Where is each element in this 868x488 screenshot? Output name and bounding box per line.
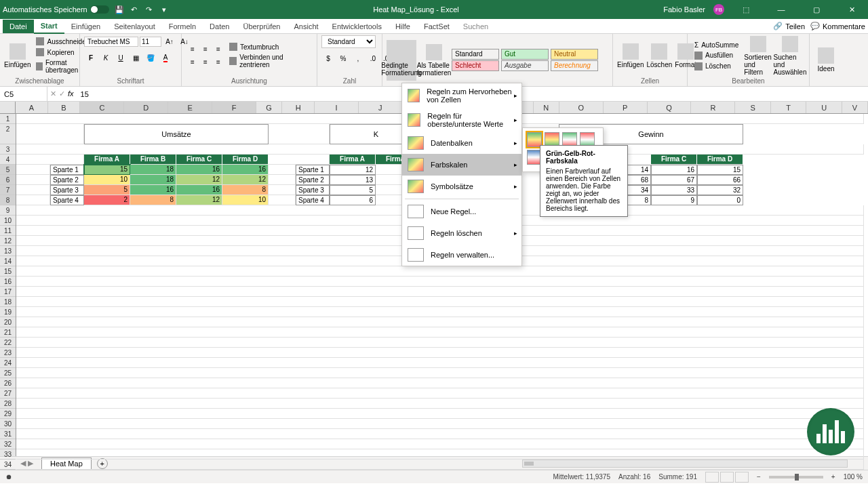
tab-einfuegen[interactable]: Einfügen [64, 20, 107, 33]
row-header[interactable]: 23 [0, 348, 16, 358]
data-cell[interactable]: 15 [697, 165, 743, 175]
merge-center-button[interactable]: Verbinden und zentrieren [226, 53, 313, 69]
data-cell[interactable]: 18 [130, 165, 176, 175]
row-header[interactable]: 31 [0, 429, 16, 439]
row-header[interactable]: 28 [0, 399, 16, 409]
col-header[interactable]: C [80, 102, 124, 113]
menu-clear-rules[interactable]: Regeln löschen▸ [402, 222, 521, 244]
name-box[interactable]: C5 [0, 87, 47, 101]
col-header[interactable]: G [256, 102, 282, 113]
data-cell[interactable]: 5 [330, 185, 376, 195]
row-header[interactable]: 33 [0, 449, 16, 460]
row-header[interactable]: 14 [0, 256, 16, 266]
zoom-in-icon[interactable]: + [831, 473, 835, 481]
data-cell[interactable]: 18 [130, 175, 176, 185]
fill-color-icon[interactable]: 🪣 [144, 52, 157, 64]
col-header[interactable]: P [604, 102, 648, 113]
tab-start[interactable]: Start [34, 19, 64, 34]
row-header[interactable]: 4 [0, 155, 16, 165]
row-header[interactable]: 18 [0, 297, 16, 307]
fill-button[interactable]: Ausfüllen [692, 51, 741, 60]
menu-top-bottom-rules[interactable]: Regeln für oberste/unterste Werte▸ [402, 108, 521, 132]
zoom-slider[interactable] [769, 476, 823, 479]
data-cell[interactable]: 12 [330, 165, 376, 175]
row-header[interactable]: 25 [0, 368, 16, 378]
data-cell[interactable]: 12 [176, 195, 222, 205]
tab-factset[interactable]: FactSet [417, 20, 456, 33]
menu-color-scales[interactable]: Farbskalen▸ [402, 154, 521, 176]
align-right-icon[interactable]: ≡ [212, 56, 225, 68]
data-cell[interactable]: 15 [84, 165, 130, 175]
col-header[interactable]: F [212, 102, 256, 113]
fx-icon[interactable]: fx [68, 89, 74, 98]
tab-daten[interactable]: Daten [203, 20, 236, 33]
col-header[interactable]: I [315, 102, 359, 113]
data-cell[interactable]: 16 [222, 165, 269, 175]
zoom-out-icon[interactable]: − [757, 473, 761, 481]
row-label[interactable]: Sparte 3 [50, 185, 84, 195]
row-label[interactable]: Sparte 4 [296, 195, 330, 205]
tab-hilfe[interactable]: Hilfe [389, 20, 417, 33]
col-header[interactable]: D [124, 102, 168, 113]
data-cell[interactable]: 67 [651, 175, 697, 185]
row-header[interactable]: 10 [0, 216, 16, 226]
row-header[interactable]: 32 [0, 439, 16, 449]
insert-cells-button[interactable]: Einfügen [617, 35, 644, 76]
row-header[interactable]: 24 [0, 358, 16, 368]
col-header[interactable]: A [16, 102, 48, 113]
cancel-formula-icon[interactable]: ✕ [50, 89, 56, 98]
data-cell[interactable]: 9 [651, 195, 697, 205]
data-cell[interactable]: 6 [330, 195, 376, 205]
align-center-icon[interactable]: ≡ [199, 56, 212, 68]
increase-font-icon[interactable]: A↑ [163, 35, 176, 47]
number-format-select[interactable]: Standard [321, 35, 376, 48]
find-select-button[interactable]: Suchen und Auswählen [775, 35, 805, 76]
style-gut[interactable]: Gut [501, 49, 549, 60]
paste-button[interactable]: Einfügen [4, 35, 31, 76]
qat-customize-icon[interactable]: ▾ [159, 5, 169, 14]
autosum-button[interactable]: ΣAutoSumme [692, 41, 741, 49]
col-header[interactable]: V [842, 102, 868, 113]
col-header[interactable]: U [806, 102, 842, 113]
row-header[interactable]: 8 [0, 195, 16, 205]
row-header[interactable]: 11 [0, 226, 16, 236]
row-header[interactable]: 19 [0, 307, 16, 317]
underline-icon[interactable]: U [114, 52, 127, 64]
ideas-button[interactable]: Ideen [814, 40, 838, 81]
currency-icon[interactable]: $ [321, 52, 335, 64]
row-header[interactable]: 9 [0, 205, 16, 216]
select-all-corner[interactable] [0, 102, 16, 113]
row-header[interactable]: 3 [0, 144, 16, 155]
maximize-icon[interactable]: ▢ [803, 0, 830, 19]
row-header[interactable]: 17 [0, 287, 16, 297]
border-icon[interactable]: ▦ [129, 52, 142, 64]
align-top-icon[interactable]: ≡ [186, 43, 199, 56]
col-header[interactable]: E [168, 102, 212, 113]
data-cell[interactable]: 12 [222, 175, 269, 185]
row-label[interactable]: Sparte 2 [296, 175, 330, 185]
record-macro-icon[interactable]: ⏺ [5, 473, 12, 481]
menu-new-rule[interactable]: Neue Regel... [402, 201, 521, 222]
row-label[interactable]: Sparte 1 [296, 165, 330, 175]
menu-data-bars[interactable]: Datenbalken▸ [402, 132, 521, 154]
tab-ansicht[interactable]: Ansicht [287, 20, 325, 33]
font-color-icon[interactable]: A [159, 52, 172, 64]
align-middle-icon[interactable]: ≡ [199, 43, 212, 56]
row-header[interactable]: 2 [0, 124, 16, 144]
row-header[interactable]: 16 [0, 277, 16, 287]
data-cell[interactable]: 8 [222, 185, 269, 195]
col-header[interactable]: N [534, 102, 559, 113]
align-bottom-icon[interactable]: ≡ [212, 43, 225, 56]
minimize-icon[interactable]: — [768, 0, 795, 19]
tab-datei[interactable]: Datei [3, 20, 34, 33]
zoom-level[interactable]: 100 % [844, 473, 863, 481]
wrap-text-button[interactable]: Textumbruch [226, 42, 313, 52]
data-cell[interactable]: 16 [176, 165, 222, 175]
data-cell[interactable]: 66 [697, 175, 743, 185]
format-as-table-button[interactable]: Als Tabelle formatieren [419, 40, 449, 81]
increase-decimal-icon[interactable]: .0 [366, 52, 380, 64]
col-header[interactable]: R [691, 102, 735, 113]
delete-cells-button[interactable]: Löschen [646, 35, 672, 76]
align-left-icon[interactable]: ≡ [186, 56, 199, 68]
redo-icon[interactable]: ↷ [144, 5, 154, 14]
